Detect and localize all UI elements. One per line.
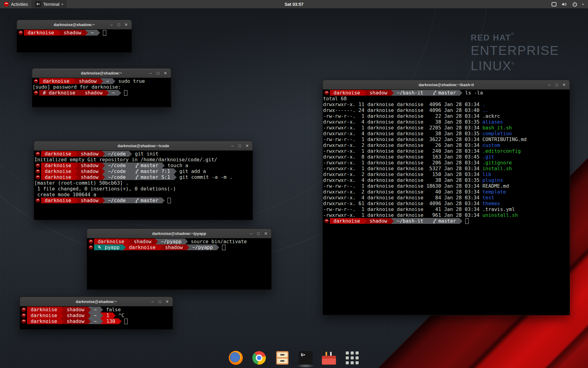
window-titlebar[interactable]: darknoise@shadow:~/bash-it –□✕ (323, 80, 570, 90)
output-text: completion (482, 131, 512, 136)
dock-item-files[interactable] (275, 350, 290, 366)
terminal-window-home-2: darknoise@shadow:~ –□✕ darknoiseshadow~f… (20, 297, 173, 330)
maximize-button[interactable]: □ (155, 71, 161, 75)
redhat-prompt-icon-wrap (87, 239, 94, 244)
window-titlebar[interactable]: darknoise@shadow:~ –□✕ (17, 20, 132, 29)
window-titlebar[interactable]: darknoise@shadow:~ –□✕ (32, 68, 171, 78)
terminal-cursor (465, 218, 469, 224)
terminal-cursor (103, 30, 106, 36)
prompt-segment-user: darknoise (41, 163, 75, 168)
powerline-separator-icon (460, 218, 462, 224)
powerline-separator-icon (102, 169, 105, 174)
terminal-cursor (222, 245, 225, 250)
close-button[interactable]: ✕ (263, 231, 269, 236)
prompt-segment-venv: pyapp (94, 244, 123, 250)
prompt-segment-label: master S:1 (139, 174, 174, 180)
dock-item-chrome[interactable] (251, 350, 267, 366)
redhat-prompt-icon-wrap (32, 90, 39, 95)
minimize-button[interactable]: – (148, 71, 154, 75)
minimize-button[interactable]: – (546, 82, 552, 87)
terminal-content[interactable]: darknoiseshadow~falsedarknoiseshadow~1^C… (20, 306, 173, 330)
close-button[interactable]: ✕ (123, 22, 129, 27)
clock[interactable]: Sat 03:57 (0, 2, 588, 7)
prompt-segment-label: # darknoise (39, 90, 79, 96)
close-button[interactable]: ✕ (162, 71, 168, 75)
powerline-separator-icon (364, 218, 367, 224)
command-text: git init (135, 151, 158, 157)
powerline-separator-icon (75, 169, 78, 174)
maximize-button[interactable]: □ (255, 231, 262, 236)
terminal-line: -rwxrwxr-x. 1 darknoise darknoise 5327 J… (323, 166, 570, 171)
git-branch-icon (135, 169, 139, 174)
close-button[interactable]: ✕ (561, 82, 567, 87)
maximize-button[interactable]: □ (116, 22, 122, 27)
output-text: -rwxrwxr-x. 1 darknoise darknoise 240 Ja… (323, 148, 482, 154)
system-menu-caret-icon[interactable]: ▾ (582, 3, 584, 6)
display-icon[interactable] (551, 2, 557, 7)
terminal-content[interactable]: darknoiseshadow~sudo true[sudo] password… (32, 78, 171, 107)
redhat-prompt-icon-wrap (20, 319, 27, 324)
dock-item-terminal[interactable]: $> (298, 350, 313, 366)
dock-item-app-grid[interactable] (345, 350, 360, 366)
maximize-button[interactable]: □ (237, 144, 243, 148)
window-titlebar[interactable]: darknoise@shadow:~/pyapp –□✕ (87, 229, 271, 238)
powerline-separator-icon (113, 313, 116, 318)
prompt-segment-label: darknoise (330, 218, 364, 224)
minimize-button[interactable]: – (108, 22, 115, 27)
powerline-separator-icon (162, 198, 165, 203)
prompt-segment-label: shadow (61, 30, 85, 36)
output-text: .git (482, 154, 494, 160)
terminal-content[interactable]: darknoiseshadow~/codegit initInitialized… (34, 151, 253, 220)
output-text: -rw-rw-r--. 1 darknoise darknoise 22 Jan… (323, 113, 482, 119)
app-menu-terminal[interactable]: $> Terminal ▾ (32, 0, 66, 8)
terminal-content[interactable]: darknoiseshadow~ (17, 29, 132, 53)
output-text: template (482, 189, 506, 195)
running-indicator-glow (297, 364, 315, 368)
prompt-segment-label: darknoise (94, 239, 128, 244)
close-button[interactable]: ✕ (164, 299, 170, 304)
git-branch-icon (135, 175, 139, 179)
power-icon[interactable] (572, 2, 577, 7)
dock-item-toolbox[interactable] (321, 350, 337, 366)
git-branch-icon (433, 219, 436, 223)
prompt-segment-user: darknoise (94, 239, 128, 244)
redhat-prompt-icon-wrap (34, 198, 41, 203)
window-title: darknoise@shadow:~/bash-it (323, 82, 570, 87)
maximize-button[interactable]: □ (157, 299, 163, 304)
output-text: uninstall.sh (482, 212, 518, 218)
terminal-line: darknoiseshadow~/pyappsource bin/activat… (87, 239, 271, 244)
powerline-separator-icon (106, 90, 109, 96)
maximize-button[interactable]: □ (554, 82, 560, 87)
powerline-separator-icon (427, 90, 430, 96)
redhat-prompt-icon (324, 219, 329, 223)
window-titlebar[interactable]: darknoise@shadow:~/code –□✕ (34, 141, 253, 151)
command-text: sudo true (118, 78, 145, 84)
minimize-button[interactable]: – (229, 144, 236, 148)
output-text: install.sh (482, 166, 512, 171)
terminal-line: darknoiseshadow~ (17, 30, 132, 36)
prompt-segment-label: master (436, 90, 460, 96)
brand-redhat: RED HAT (471, 33, 511, 42)
powerline-separator-icon (119, 319, 122, 324)
volume-icon[interactable] (562, 2, 567, 7)
output-text: -rwxrwxr-x. 1 darknoise darknoise 5327 J… (323, 166, 482, 171)
close-button[interactable]: ✕ (244, 144, 250, 148)
terminal-content[interactable]: darknoiseshadow~/bash-itmasterls -latota… (323, 90, 570, 315)
powerline-separator-icon (364, 90, 367, 96)
dock: $> (0, 350, 588, 366)
activities-button[interactable]: Activities (0, 0, 32, 8)
prompt-segment-host: shadow (75, 168, 102, 174)
output-text: -rwxrwxr-x. 1 darknoise darknoise 206 Ja… (323, 160, 482, 166)
powerline-separator-icon (174, 169, 177, 174)
redhat-prompt-icon (34, 79, 38, 83)
prompt-segment-label: ~ (91, 318, 101, 324)
terminal-content[interactable]: darknoiseshadow~/pyappsource bin/activat… (87, 238, 271, 290)
dock-item-firefox[interactable] (228, 350, 243, 366)
minimize-button[interactable]: – (248, 231, 254, 236)
window-title: darknoise@shadow:~/pyapp (87, 231, 271, 236)
prompt-segment-label: darknoise (41, 163, 75, 168)
prompt-segment-label: ~ (109, 90, 119, 96)
redhat-prompt-icon (21, 313, 26, 318)
window-titlebar[interactable]: darknoise@shadow:~ –□✕ (20, 297, 173, 306)
minimize-button[interactable]: – (149, 299, 156, 304)
